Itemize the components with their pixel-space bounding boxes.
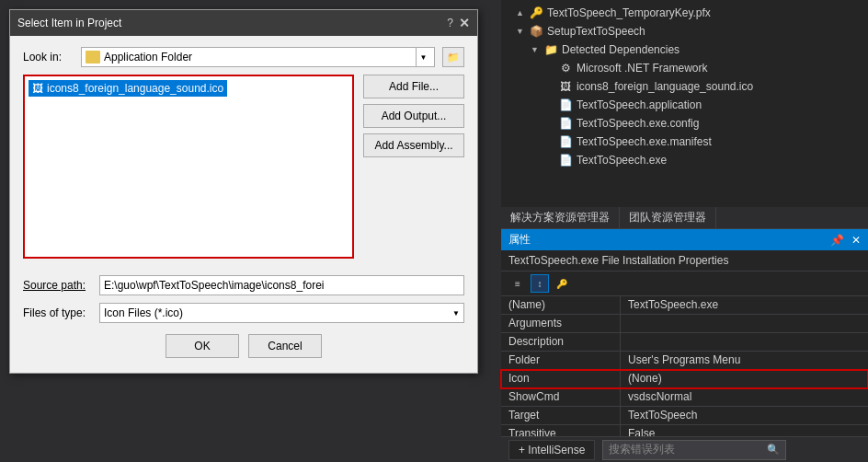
properties-header-controls: 📌 ✕ [830,234,861,247]
dialog-title: Select Item in Project [17,17,121,29]
intellisense-tab-label: + IntelliSense [519,444,585,456]
tree-item-label: TextToSpeech.exe.config [577,117,699,130]
info-section: Source path: E:\guo\wpf\TextToSpeech\ima… [23,275,464,323]
file-list-section: 🖼 icons8_foreign_language_sound.ico [23,75,354,268]
files-type-label: Files of type: [23,306,92,319]
prop-name: Arguments [501,315,621,332]
dialog-body: Look in: Application Folder ▼ 📁 🖼 [10,36,477,373]
folder-icon [86,51,100,64]
tree-item[interactable]: 📄TextToSpeech.exe.manifest [501,133,868,151]
tree-item-label: TextToSpeech.application [577,98,702,111]
properties-subtitle: TextToSpeech.exe File Installation Prope… [501,250,868,271]
files-type-dropdown[interactable]: Icon Files (*.ico) ▼ [99,303,464,323]
add-file-button[interactable]: Add File... [363,75,464,98]
properties-panel: 属性 📌 ✕ TextToSpeech.exe File Installatio… [501,229,868,462]
props-alphabetical-btn[interactable]: ↕ [531,274,549,293]
file-item-icon: 🖼 [32,82,43,95]
prop-value: (None) [621,370,868,387]
cancel-button[interactable]: Cancel [248,334,322,358]
dialog-titlebar: Select Item in Project ? ✕ [10,10,477,36]
tree-item-label: SetupTextToSpeech [547,25,645,38]
tree-item-label: Microsoft .NET Framework [577,62,707,75]
browse-icon: 📁 [447,52,460,64]
intellisense-tab[interactable]: + IntelliSense [508,440,595,460]
prop-row[interactable]: Icon(None) [501,370,868,388]
source-path-row: Source path: E:\guo\wpf\TextToSpeech\ima… [23,275,464,295]
properties-title: 属性 [508,232,531,248]
bottom-bar: + IntelliSense 搜索错误列表 🔍 [501,436,868,462]
ok-button[interactable]: OK [166,334,239,358]
solution-explorer-tabs: 解决方案资源管理器 团队资源管理器 [501,207,868,229]
files-type-value: Icon Files (*.ico) [104,306,183,319]
pin-icon[interactable]: 📌 [830,234,844,247]
source-path-value: E:\guo\wpf\TextToSpeech\image\icons8_for… [99,275,464,295]
source-path-label: Source path: [23,279,92,292]
prop-name: Folder [501,352,621,369]
tree-item[interactable]: 📄TextToSpeech.application [501,96,868,114]
prop-row[interactable]: Description [501,333,868,352]
tree-item[interactable]: 📄TextToSpeech.exe [501,151,868,169]
props-categorized-btn[interactable]: ≡ [508,274,527,293]
tree-item-label: Detected Dependencies [562,43,680,56]
search-icon: 🔍 [767,444,780,456]
properties-close-icon[interactable]: ✕ [851,234,861,247]
prop-name: Icon [501,370,621,387]
prop-name: Target [501,407,621,424]
help-button[interactable]: ? [447,17,453,29]
prop-value: vsdscNormal [621,388,868,406]
search-placeholder-text: 搜索错误列表 [609,442,675,457]
dialog-title-group: Select Item in Project [17,17,121,29]
tree-item-label: icons8_foreign_language_sound.ico [577,80,753,93]
dialog-content: 🖼 icons8_foreign_language_sound.ico Add … [23,75,464,268]
right-panel: ▲🔑TextToSpeech_TemporaryKey.pfx▼📦SetupTe… [501,0,868,462]
prop-row[interactable]: (Name)TextToSpeech.exe [501,296,868,315]
prop-value [621,333,868,351]
tree-item-label: TextToSpeech.exe [577,154,667,167]
prop-value: TextToSpeech.exe [621,296,868,314]
error-list-search[interactable]: 搜索错误列表 🔍 [602,440,786,460]
properties-toolbar: ≡ ↕ 🔑 [501,271,868,296]
tree-item-label: TextToSpeech_TemporaryKey.pfx [547,6,711,19]
add-assembly-button[interactable]: Add Assembly... [363,133,464,157]
close-button[interactable]: ✕ [459,16,470,30]
lookin-dropdown[interactable]: Application Folder ▼ [81,47,435,67]
lookin-value: Application Folder [104,51,192,64]
prop-value: TextToSpeech [621,407,868,424]
file-item[interactable]: 🖼 icons8_foreign_language_sound.ico [29,80,227,97]
select-item-dialog: Select Item in Project ? ✕ Look in: Appl… [9,9,478,374]
dialog-footer: OK Cancel [23,334,464,362]
left-panel: Select Item in Project ? ✕ Look in: Appl… [0,0,501,462]
props-key-btn[interactable]: 🔑 [553,274,571,293]
tab-team-explorer[interactable]: 团队资源管理器 [620,207,716,228]
prop-value: User's Programs Menu [621,352,868,369]
file-list-area[interactable]: 🖼 icons8_foreign_language_sound.ico [23,75,354,259]
prop-name: Description [501,333,621,351]
button-section: Add File... Add Output... Add Assembly..… [363,75,464,268]
add-output-button[interactable]: Add Output... [363,104,464,128]
tree-item[interactable]: 🖼icons8_foreign_language_sound.ico [501,77,868,96]
prop-row[interactable]: TargetTextToSpeech [501,407,868,425]
tree-item[interactable]: ▲🔑TextToSpeech_TemporaryKey.pfx [501,4,868,22]
tree-item[interactable]: ▼📦SetupTextToSpeech [501,22,868,40]
prop-row[interactable]: FolderUser's Programs Menu [501,352,868,370]
dialog-controls: ? ✕ [447,16,470,30]
files-type-arrow-icon: ▼ [452,309,460,318]
tree-item[interactable]: ⚙Microsoft .NET Framework [501,59,868,77]
prop-name: (Name) [501,296,621,314]
tree-item-label: TextToSpeech.exe.manifest [577,135,712,148]
lookin-label: Look in: [23,51,74,64]
combo-arrow-icon: ▼ [416,48,430,66]
browse-button[interactable]: 📁 [442,47,464,67]
tab-solution-explorer[interactable]: 解决方案资源管理器 [501,207,620,228]
solution-explorer: ▲🔑TextToSpeech_TemporaryKey.pfx▼📦SetupTe… [501,0,868,207]
tree-item[interactable]: ▼📁Detected Dependencies [501,40,868,59]
prop-row[interactable]: ShowCmdvsdscNormal [501,388,868,407]
prop-name: ShowCmd [501,388,621,406]
prop-row[interactable]: Arguments [501,315,868,333]
properties-header: 属性 📌 ✕ [501,229,868,250]
lookin-row: Look in: Application Folder ▼ 📁 [23,47,464,67]
file-item-name: icons8_foreign_language_sound.ico [47,82,223,95]
tree-item[interactable]: 📄TextToSpeech.exe.config [501,114,868,133]
files-type-row: Files of type: Icon Files (*.ico) ▼ [23,303,464,323]
prop-value [621,315,868,332]
